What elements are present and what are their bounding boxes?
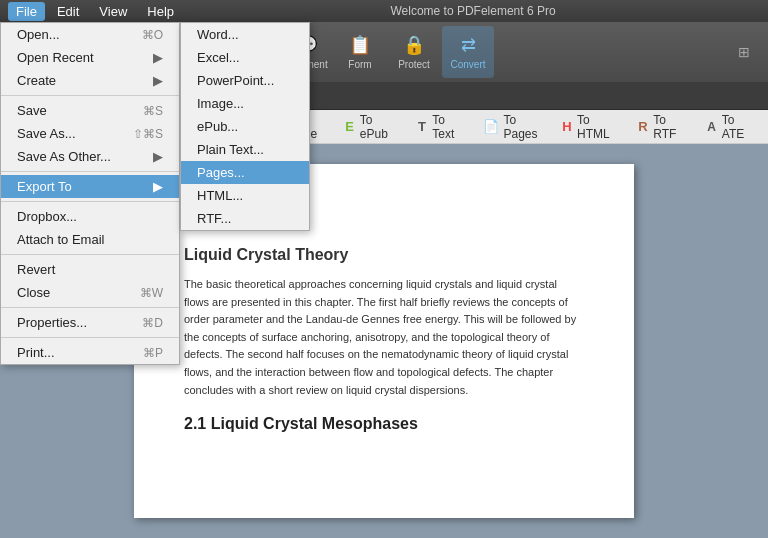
chapter-title: Liquid Crystal Theory — [184, 246, 584, 264]
section-title: 2.1 Liquid Crystal Mesophases — [184, 415, 584, 433]
menu-print-shortcut: ⌘P — [143, 346, 163, 360]
conv-to-pages-label: To Pages — [503, 113, 538, 141]
conv-to-pages[interactable]: 📄 To Pages — [474, 109, 547, 145]
menu-export-to-label: Export To — [17, 179, 72, 194]
menu-help[interactable]: Help — [139, 2, 182, 21]
rtf-icon: R — [637, 119, 649, 135]
menu-close-shortcut: ⌘W — [140, 286, 163, 300]
conv-to-epub-label: To ePub — [360, 113, 394, 141]
menu-properties-label: Properties... — [17, 315, 87, 330]
export-excel[interactable]: Excel... — [181, 46, 309, 69]
menubar: File Edit View Help Welcome to PDFelemen… — [0, 0, 768, 22]
export-word[interactable]: Word... — [181, 23, 309, 46]
text-icon: T — [416, 119, 428, 135]
file-menu: Open... ⌘O Open Recent ▶ Create ▶ Save ⌘… — [0, 22, 180, 365]
menu-save-as-shortcut: ⇧⌘S — [133, 127, 163, 141]
conv-to-text[interactable]: T To Text — [407, 109, 471, 145]
menu-create-arrow: ▶ — [153, 73, 163, 88]
menu-export-to[interactable]: Export To ▶ — [1, 175, 179, 198]
html-icon: H — [561, 119, 573, 135]
menu-print[interactable]: Print... ⌘P — [1, 341, 179, 364]
toolbar-convert[interactable]: ⇄ Convert — [442, 26, 494, 78]
menu-save-label: Save — [17, 103, 47, 118]
export-powerpoint[interactable]: PowerPoint... — [181, 69, 309, 92]
separator-1 — [1, 95, 179, 96]
export-epub[interactable]: ePub... — [181, 115, 309, 138]
menu-properties[interactable]: Properties... ⌘D — [1, 311, 179, 334]
ate-icon: A — [705, 119, 717, 135]
menu-save-as-other[interactable]: Save As Other... ▶ — [1, 145, 179, 168]
toolbar-form[interactable]: 📋 Form — [334, 26, 386, 78]
menu-open-recent-label: Open Recent — [17, 50, 94, 65]
conv-to-html-label: To HTML — [577, 113, 615, 141]
conv-to-rtf[interactable]: R To RTF — [628, 109, 693, 145]
separator-6 — [1, 337, 179, 338]
menu-open-recent[interactable]: Open Recent ▶ — [1, 46, 179, 69]
form-icon: 📋 — [349, 34, 371, 56]
menu-open-shortcut: ⌘O — [142, 28, 163, 42]
menu-dropbox-label: Dropbox... — [17, 209, 77, 224]
toolbar-convert-label: Convert — [450, 59, 485, 70]
conv-to-ate-label: To ATE — [722, 113, 751, 141]
menu-dropbox[interactable]: Dropbox... — [1, 205, 179, 228]
menu-save-shortcut: ⌘S — [143, 104, 163, 118]
menu-save-as[interactable]: Save As... ⇧⌘S — [1, 122, 179, 145]
epub-icon: E — [343, 119, 355, 135]
body-text: The basic theoretical approaches concern… — [184, 276, 584, 399]
menu-open[interactable]: Open... ⌘O — [1, 23, 179, 46]
menu-save-as-other-arrow: ▶ — [153, 149, 163, 164]
toolbar-protect[interactable]: 🔒 Protect — [388, 26, 440, 78]
menu-revert-label: Revert — [17, 262, 55, 277]
conv-to-rtf-label: To RTF — [653, 113, 683, 141]
export-plain-text[interactable]: Plain Text... — [181, 138, 309, 161]
separator-4 — [1, 254, 179, 255]
toolbar-right-btn[interactable]: ⊞ — [730, 38, 758, 66]
menu-create-label: Create — [17, 73, 56, 88]
export-rtf[interactable]: RTF... — [181, 207, 309, 230]
menu-save[interactable]: Save ⌘S — [1, 99, 179, 122]
menu-save-as-label: Save As... — [17, 126, 76, 141]
menu-print-label: Print... — [17, 345, 55, 360]
conv-to-epub[interactable]: E To ePub — [334, 109, 402, 145]
export-image[interactable]: Image... — [181, 92, 309, 115]
menu-edit[interactable]: Edit — [49, 2, 87, 21]
menu-open-label: Open... — [17, 27, 60, 42]
app-title: Welcome to PDFelement 6 Pro — [186, 4, 760, 18]
menu-attach-email[interactable]: Attach to Email — [1, 228, 179, 251]
menu-create[interactable]: Create ▶ — [1, 69, 179, 92]
menu-export-to-arrow: ▶ — [153, 179, 163, 194]
toolbar-protect-label: Protect — [398, 59, 430, 70]
menu-properties-shortcut: ⌘D — [142, 316, 163, 330]
menu-file[interactable]: File — [8, 2, 45, 21]
separator-2 — [1, 171, 179, 172]
menu-close[interactable]: Close ⌘W — [1, 281, 179, 304]
convert-icon: ⇄ — [461, 34, 476, 56]
menu-open-recent-arrow: ▶ — [153, 50, 163, 65]
separator-3 — [1, 201, 179, 202]
conv-to-text-label: To Text — [432, 113, 461, 141]
toolbar-form-label: Form — [348, 59, 371, 70]
menu-revert[interactable]: Revert — [1, 258, 179, 281]
pages-icon: 📄 — [483, 119, 499, 135]
conv-to-ate[interactable]: A To ATE — [696, 109, 760, 145]
menu-attach-email-label: Attach to Email — [17, 232, 104, 247]
menu-save-as-other-label: Save As Other... — [17, 149, 111, 164]
menu-view[interactable]: View — [91, 2, 135, 21]
conv-to-html[interactable]: H To HTML — [552, 109, 624, 145]
menu-close-label: Close — [17, 285, 50, 300]
export-pages[interactable]: Pages... — [181, 161, 309, 184]
separator-5 — [1, 307, 179, 308]
export-html[interactable]: HTML... — [181, 184, 309, 207]
export-submenu: Word... Excel... PowerPoint... Image... … — [180, 22, 310, 231]
protect-icon: 🔒 — [403, 34, 425, 56]
